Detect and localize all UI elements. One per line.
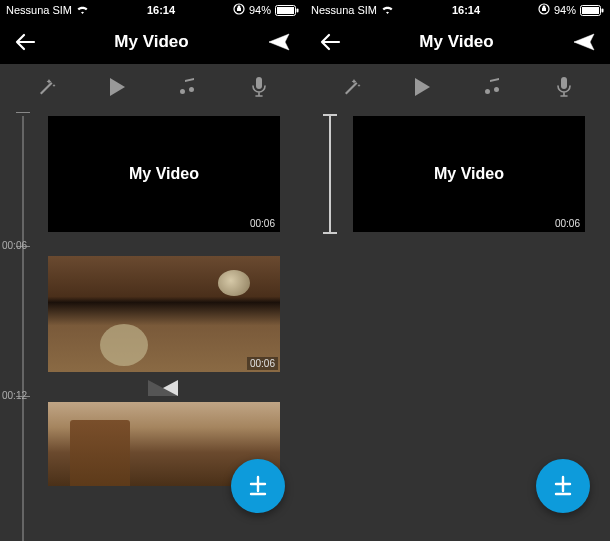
page-title: My Video: [419, 32, 493, 52]
transition-icon[interactable]: [148, 380, 178, 396]
back-button[interactable]: [319, 33, 341, 51]
svg-rect-9: [582, 7, 599, 14]
music-button[interactable]: [168, 67, 208, 107]
svg-rect-11: [561, 77, 567, 89]
svg-rect-10: [601, 8, 603, 12]
clip-duration: 00:06: [552, 217, 583, 230]
add-button[interactable]: [536, 459, 590, 513]
app-header: My Video: [0, 20, 305, 64]
music-button[interactable]: [473, 67, 513, 107]
time-label-1: 00:06: [2, 240, 27, 251]
send-button[interactable]: [572, 32, 596, 52]
battery-pct: 94%: [554, 4, 576, 16]
battery-icon: [580, 5, 604, 16]
clip-duration: 00:06: [247, 217, 278, 230]
svg-rect-4: [256, 77, 262, 89]
time-track: [22, 116, 24, 541]
wifi-icon: [381, 5, 394, 15]
orientation-lock-icon: [233, 3, 245, 17]
time-tick: [16, 112, 30, 113]
send-button[interactable]: [267, 32, 291, 52]
svg-rect-3: [296, 8, 298, 12]
play-button[interactable]: [97, 67, 137, 107]
status-bar: Nessuna SIM 16:14 94%: [0, 0, 305, 20]
magic-wand-button[interactable]: [331, 67, 371, 107]
toolbar: [305, 64, 610, 110]
svg-rect-2: [277, 7, 294, 14]
orientation-lock-icon: [538, 3, 550, 17]
magic-wand-button[interactable]: [26, 67, 66, 107]
left-pane: Nessuna SIM 16:14 94% My Video: [0, 0, 305, 541]
time-label-2: 00:12: [2, 390, 27, 401]
video-clip-1[interactable]: 00:06: [48, 256, 280, 372]
add-button[interactable]: [231, 459, 285, 513]
play-button[interactable]: [402, 67, 442, 107]
voiceover-button[interactable]: [239, 67, 279, 107]
title-clip[interactable]: My Video 00:06: [353, 116, 585, 232]
right-pane: Nessuna SIM 16:14 94% My Video: [305, 0, 610, 541]
battery-icon: [275, 5, 299, 16]
back-button[interactable]: [14, 33, 36, 51]
carrier-label: Nessuna SIM: [6, 4, 72, 16]
toolbar: [0, 64, 305, 110]
app-header: My Video: [305, 20, 610, 64]
battery-pct: 94%: [249, 4, 271, 16]
clip-duration: 00:06: [247, 357, 278, 370]
title-clip[interactable]: My Video 00:06: [48, 116, 280, 232]
carrier-label: Nessuna SIM: [311, 4, 377, 16]
page-title: My Video: [114, 32, 188, 52]
title-clip-text: My Video: [129, 165, 199, 183]
voiceover-button[interactable]: [544, 67, 584, 107]
title-clip-text: My Video: [434, 165, 504, 183]
clock: 16:14: [147, 4, 175, 16]
clock: 16:14: [452, 4, 480, 16]
trim-handle[interactable]: [323, 114, 333, 234]
wifi-icon: [76, 5, 89, 15]
status-bar: Nessuna SIM 16:14 94%: [305, 0, 610, 20]
